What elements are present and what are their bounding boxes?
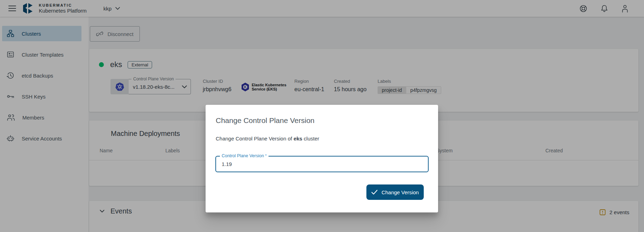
control-plane-version-input[interactable] [216, 157, 428, 172]
input-label: Control Plane Version* [220, 153, 269, 158]
required-asterisk: * [265, 153, 267, 158]
control-plane-version-input-field: Control Plane Version* [215, 156, 429, 172]
dialog-title: Change Control Plane Version [216, 116, 315, 125]
app-root: KUBERMATIC Kubernetes Platform kkp [0, 0, 644, 232]
dialog-subtitle: Change Control Plane Version of eks clus… [216, 136, 319, 142]
check-icon [371, 190, 378, 195]
change-version-label: Change Version [381, 189, 419, 195]
dialog-cluster-name: eks [294, 136, 302, 142]
change-version-dialog: Change Control Plane Version Change Cont… [206, 105, 438, 212]
change-version-button[interactable]: Change Version [366, 184, 424, 200]
